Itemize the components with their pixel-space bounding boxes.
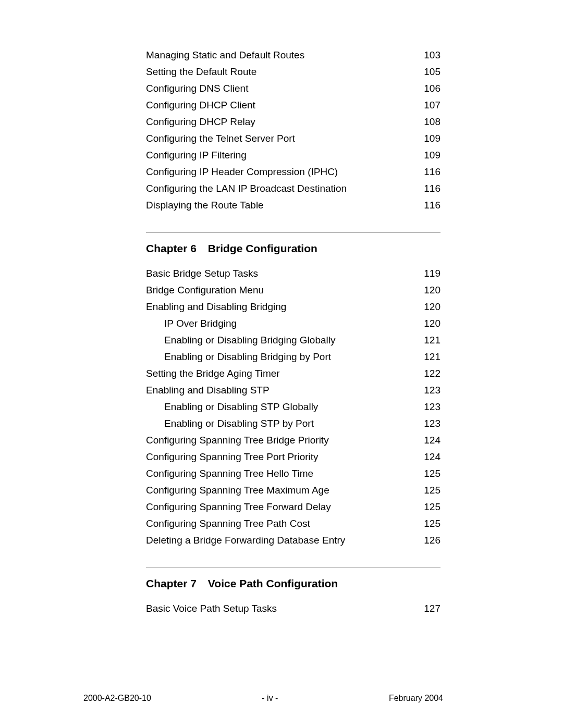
toc-entry-page: 124 bbox=[424, 432, 440, 449]
toc-entry[interactable]: Configuring the Telnet Server Port109 bbox=[146, 130, 440, 147]
toc-entry[interactable]: Enabling or Disabling Bridging Globally1… bbox=[146, 332, 440, 349]
toc-entry-page: 125 bbox=[424, 465, 440, 482]
toc-entry[interactable]: Basic Bridge Setup Tasks119 bbox=[146, 265, 440, 282]
toc-entry-page: 121 bbox=[424, 332, 440, 349]
toc-entry[interactable]: Configuring Spanning Tree Forward Delay1… bbox=[146, 499, 440, 515]
toc-entry[interactable]: Configuring DHCP Relay108 bbox=[146, 114, 440, 130]
toc-entry[interactable]: Enabling and Disabling Bridging120 bbox=[146, 299, 440, 315]
section-divider bbox=[146, 567, 440, 568]
toc-entry[interactable]: Deleting a Bridge Forwarding Database En… bbox=[146, 532, 440, 549]
footer-doc-number: 2000-A2-GB20-10 bbox=[83, 694, 151, 703]
chapter-heading: Chapter 6Bridge Configuration bbox=[146, 242, 440, 255]
toc-entry-title: Configuring IP Header Compression (IPHC) bbox=[146, 164, 338, 180]
chapter-title: Bridge Configuration bbox=[208, 242, 317, 254]
toc-entry-page: 108 bbox=[424, 114, 440, 130]
toc-entry-title: Configuring Spanning Tree Forward Delay bbox=[146, 499, 331, 515]
chapter-heading: Chapter 7Voice Path Configuration bbox=[146, 577, 440, 590]
toc-entry-page: 106 bbox=[424, 80, 440, 97]
toc-entry[interactable]: Bridge Configuration Menu120 bbox=[146, 282, 440, 299]
toc-entry-title: Deleting a Bridge Forwarding Database En… bbox=[146, 532, 345, 549]
toc-entry[interactable]: Configuring Spanning Tree Bridge Priorit… bbox=[146, 432, 440, 449]
toc-entry-page: 109 bbox=[424, 147, 440, 164]
page-footer: 2000-A2-GB20-10 - iv - February 2004 bbox=[0, 694, 563, 703]
toc-entry-title: Enabling or Disabling Bridging Globally bbox=[164, 332, 335, 349]
toc-entry-title: Configuring Spanning Tree Bridge Priorit… bbox=[146, 432, 329, 449]
toc-entry-page: 127 bbox=[424, 600, 440, 617]
toc-entry-page: 116 bbox=[424, 164, 440, 180]
toc-entry-page: 125 bbox=[424, 515, 440, 532]
toc-entry-title: Configuring Spanning Tree Maximum Age bbox=[146, 482, 329, 499]
toc-entry-page: 105 bbox=[424, 64, 440, 80]
toc-entry-title: Configuring Spanning Tree Path Cost bbox=[146, 515, 310, 532]
toc-entry-page: 109 bbox=[424, 130, 440, 147]
toc-entry-page: 123 bbox=[424, 415, 440, 432]
toc-entry-page: 121 bbox=[424, 349, 440, 365]
toc-entry[interactable]: Enabling and Disabling STP123 bbox=[146, 382, 440, 399]
toc-entry-page: 125 bbox=[424, 499, 440, 515]
table-of-contents: Managing Static and Default Routes103Set… bbox=[146, 47, 440, 617]
toc-entry[interactable]: Configuring the LAN IP Broadcast Destina… bbox=[146, 180, 440, 197]
toc-entry-title: Configuring DNS Client bbox=[146, 80, 248, 97]
footer-date: February 2004 bbox=[389, 694, 443, 703]
toc-entry[interactable]: Configuring Spanning Tree Hello Time125 bbox=[146, 465, 440, 482]
toc-entry[interactable]: Configuring Spanning Tree Port Priority1… bbox=[146, 449, 440, 465]
toc-entry-title: Basic Voice Path Setup Tasks bbox=[146, 600, 277, 617]
toc-entry-title: IP Over Bridging bbox=[164, 315, 237, 332]
toc-entry-page: 119 bbox=[424, 265, 440, 282]
toc-entry[interactable]: Configuring Spanning Tree Maximum Age125 bbox=[146, 482, 440, 499]
toc-entry-title: Configuring DHCP Relay bbox=[146, 114, 255, 130]
toc-entry-title: Setting the Bridge Aging Timer bbox=[146, 365, 280, 382]
toc-entry-page: 120 bbox=[424, 299, 440, 315]
toc-entry[interactable]: Basic Voice Path Setup Tasks127 bbox=[146, 600, 440, 617]
toc-entry[interactable]: Configuring DNS Client106 bbox=[146, 80, 440, 97]
toc-entry-page: 107 bbox=[424, 97, 440, 114]
toc-entry-title: Configuring Spanning Tree Port Priority bbox=[146, 449, 319, 465]
toc-entry-title: Configuring the LAN IP Broadcast Destina… bbox=[146, 180, 347, 197]
toc-entry-title: Managing Static and Default Routes bbox=[146, 47, 304, 64]
toc-entry[interactable]: Enabling or Disabling STP by Port123 bbox=[146, 415, 440, 432]
chapter-title: Voice Path Configuration bbox=[208, 577, 338, 589]
toc-entry-page: 126 bbox=[424, 532, 440, 549]
toc-entry[interactable]: Displaying the Route Table116 bbox=[146, 197, 440, 214]
toc-entry[interactable]: Configuring IP Filtering109 bbox=[146, 147, 440, 164]
toc-entry[interactable]: Configuring DHCP Client107 bbox=[146, 97, 440, 114]
toc-entry-title: Displaying the Route Table bbox=[146, 197, 264, 214]
section-divider bbox=[146, 232, 440, 233]
toc-entry-title: Enabling and Disabling Bridging bbox=[146, 299, 286, 315]
toc-entry-page: 124 bbox=[424, 449, 440, 465]
toc-entry-title: Bridge Configuration Menu bbox=[146, 282, 264, 299]
toc-entry-page: 123 bbox=[424, 382, 440, 399]
toc-entry-page: 122 bbox=[424, 365, 440, 382]
chapter-number: Chapter 7 bbox=[146, 577, 197, 589]
toc-entry-page: 120 bbox=[424, 315, 440, 332]
chapter-number: Chapter 6 bbox=[146, 242, 197, 254]
toc-entry-title: Enabling or Disabling STP by Port bbox=[164, 415, 314, 432]
toc-entry[interactable]: Configuring IP Header Compression (IPHC)… bbox=[146, 164, 440, 180]
toc-entry[interactable]: Configuring Spanning Tree Path Cost125 bbox=[146, 515, 440, 532]
toc-entry[interactable]: IP Over Bridging120 bbox=[146, 315, 440, 332]
toc-entry-page: 123 bbox=[424, 399, 440, 415]
toc-entry-page: 116 bbox=[424, 180, 440, 197]
toc-entry-title: Enabling or Disabling STP Globally bbox=[164, 399, 318, 415]
toc-entry-title: Setting the Default Route bbox=[146, 64, 256, 80]
toc-entry-page: 125 bbox=[424, 482, 440, 499]
toc-entry[interactable]: Managing Static and Default Routes103 bbox=[146, 47, 440, 64]
toc-entry[interactable]: Enabling or Disabling STP Globally123 bbox=[146, 399, 440, 415]
toc-entry[interactable]: Enabling or Disabling Bridging by Port12… bbox=[146, 349, 440, 365]
toc-entry-title: Enabling or Disabling Bridging by Port bbox=[164, 349, 331, 365]
toc-entry[interactable]: Setting the Bridge Aging Timer122 bbox=[146, 365, 440, 382]
toc-entry-title: Configuring Spanning Tree Hello Time bbox=[146, 465, 313, 482]
toc-entry-page: 116 bbox=[424, 197, 440, 214]
toc-entry-title: Configuring IP Filtering bbox=[146, 147, 247, 164]
document-page: Managing Static and Default Routes103Set… bbox=[0, 0, 563, 728]
toc-entry-title: Configuring the Telnet Server Port bbox=[146, 130, 295, 147]
toc-entry-title: Enabling and Disabling STP bbox=[146, 382, 270, 399]
footer-page-number: - iv - bbox=[262, 694, 278, 703]
toc-entry-page: 103 bbox=[424, 47, 440, 64]
toc-entry-title: Basic Bridge Setup Tasks bbox=[146, 265, 258, 282]
toc-entry-title: Configuring DHCP Client bbox=[146, 97, 255, 114]
toc-entry-page: 120 bbox=[424, 282, 440, 299]
toc-entry[interactable]: Setting the Default Route105 bbox=[146, 64, 440, 80]
